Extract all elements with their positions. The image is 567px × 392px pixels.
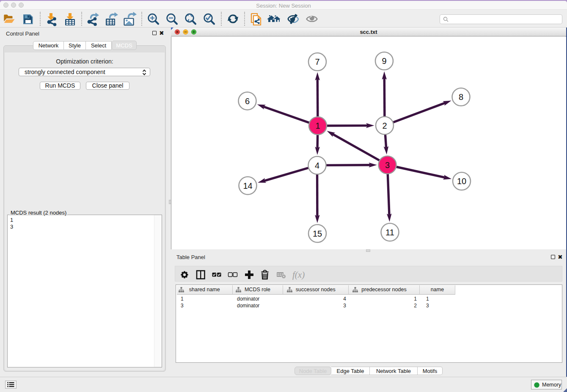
svg-text:11: 11 [385, 228, 394, 237]
svg-text:10: 10 [457, 177, 466, 186]
svg-text:8: 8 [459, 92, 463, 102]
svg-text:9: 9 [382, 56, 386, 66]
svg-text:15: 15 [313, 229, 322, 238]
svg-text:3: 3 [385, 160, 390, 170]
svg-text:2: 2 [382, 121, 387, 130]
svg-text:7: 7 [315, 57, 319, 66]
svg-text:1: 1 [315, 121, 320, 130]
svg-text:14: 14 [243, 181, 252, 190]
svg-text:f(x): f(x) [292, 270, 305, 280]
svg-text:4: 4 [315, 161, 319, 170]
svg-text:6: 6 [245, 97, 250, 106]
